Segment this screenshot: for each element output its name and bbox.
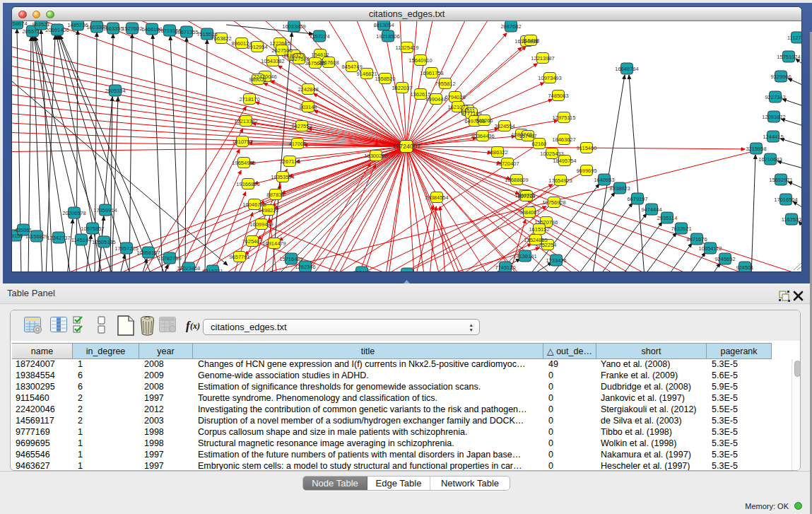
svg-text:18495754: 18495754	[553, 158, 576, 164]
svg-text:903412: 903412	[353, 269, 370, 272]
svg-text:16782759: 16782759	[158, 255, 181, 262]
svg-text:1167531: 1167531	[782, 216, 801, 223]
svg-text:20364436: 20364436	[471, 133, 494, 139]
svg-text:15751074: 15751074	[777, 54, 800, 60]
svg-text:9329966: 9329966	[770, 74, 791, 80]
svg-text:7663822: 7663822	[211, 35, 231, 42]
svg-text:16210643: 16210643	[758, 156, 782, 163]
svg-text:12342737: 12342737	[47, 235, 70, 241]
svg-text:6794028: 6794028	[445, 94, 465, 100]
svg-text:924501: 924501	[736, 264, 753, 271]
svg-text:1663355: 1663355	[102, 25, 123, 32]
svg-text:157487: 157487	[519, 133, 536, 139]
svg-text:1485236: 1485236	[67, 22, 88, 28]
svg-text:17654923: 17654923	[548, 177, 572, 184]
svg-text:8938923: 8938923	[609, 185, 630, 192]
svg-text:10688609: 10688609	[505, 177, 528, 183]
svg-text:10025433: 10025433	[540, 151, 563, 157]
svg-text:12975115: 12975115	[553, 115, 576, 121]
svg-text:20206578: 20206578	[62, 210, 86, 216]
svg-text:10671355: 10671355	[175, 29, 198, 35]
svg-text:3267110: 3267110	[280, 158, 300, 165]
svg-text:7625402: 7625402	[242, 238, 262, 245]
svg-text:7745120: 7745120	[495, 264, 515, 271]
svg-text:15692971: 15692971	[769, 177, 792, 183]
svg-text:1244415: 1244415	[763, 134, 783, 140]
svg-text:8498222: 8498222	[258, 207, 278, 214]
svg-text:19384554: 19384554	[425, 194, 448, 201]
svg-text:7886322: 7886322	[487, 149, 507, 156]
svg-text:9777169: 9777169	[461, 110, 481, 117]
svg-text:8813054: 8813054	[373, 22, 394, 28]
svg-text:16914479: 16914479	[262, 240, 286, 247]
svg-text:887834: 887834	[266, 192, 284, 198]
svg-text:62160: 62160	[532, 141, 547, 147]
svg-text:17957225: 17957225	[114, 245, 138, 252]
svg-text:3215958: 3215958	[746, 146, 766, 152]
svg-text:435061: 435061	[14, 227, 32, 233]
svg-text:10756928: 10756928	[542, 199, 565, 206]
svg-text:12505135: 12505135	[92, 239, 115, 245]
svg-text:803144: 803144	[299, 104, 317, 110]
svg-text:2935114: 2935114	[657, 215, 678, 221]
svg-text:1527602: 1527602	[122, 25, 142, 32]
svg-text:252254: 252254	[539, 242, 556, 248]
svg-text:19166825: 19166825	[236, 181, 259, 187]
svg-text:16099489: 16099489	[249, 221, 273, 228]
svg-text:417005: 417005	[288, 141, 306, 147]
svg-text:9245652: 9245652	[714, 256, 735, 262]
svg-text:8912954: 8912954	[247, 44, 267, 50]
svg-text:1558520: 1558520	[375, 76, 395, 82]
svg-text:19654955: 19654955	[232, 160, 255, 166]
svg-text:10654112: 10654112	[699, 245, 722, 252]
svg-text:8990448: 8990448	[425, 96, 446, 103]
svg-text:9227343: 9227343	[765, 94, 785, 100]
svg-text:15720407: 15720407	[495, 160, 519, 167]
svg-text:8427552: 8427552	[291, 123, 312, 129]
svg-text:1640953: 1640953	[594, 177, 614, 183]
svg-text:39155: 39155	[12, 233, 23, 239]
svg-text:9657791: 9657791	[229, 254, 249, 260]
svg-text:9146821: 9146821	[356, 71, 377, 77]
svg-text:8454749: 8454749	[341, 64, 362, 70]
svg-text:1282346: 1282346	[295, 264, 315, 270]
svg-text:18724007: 18724007	[392, 143, 420, 150]
svg-text:7357224: 7357224	[309, 33, 329, 40]
svg-text:7955812: 7955812	[435, 81, 455, 87]
svg-text:1112745: 1112745	[787, 35, 801, 41]
svg-text:11156829: 11156829	[25, 233, 48, 240]
svg-text:19218506: 19218506	[376, 33, 399, 40]
svg-text:20691406: 20691406	[45, 27, 69, 33]
svg-text:1810757: 1810757	[232, 139, 252, 145]
svg-text:10958107: 10958107	[136, 250, 160, 256]
svg-text:12213382: 12213382	[234, 118, 257, 124]
svg-text:9815221: 9815221	[202, 268, 223, 272]
svg-text:118524: 118524	[399, 271, 416, 272]
svg-text:3822037: 3822037	[392, 85, 412, 91]
svg-text:18463627: 18463627	[552, 136, 575, 143]
svg-text:9699695: 9699695	[576, 168, 596, 174]
svg-text:18353594: 18353594	[271, 174, 294, 180]
svg-text:2055721: 2055721	[22, 28, 42, 35]
svg-text:154612: 154612	[311, 52, 329, 58]
svg-text:15640910: 15640910	[408, 57, 432, 64]
svg-text:14136141: 14136141	[513, 253, 536, 259]
svg-text:907209: 907209	[517, 193, 535, 199]
svg-text:1222605: 1222605	[269, 40, 290, 47]
svg-text:10975857: 10975857	[81, 226, 104, 232]
svg-text:989021: 989021	[249, 76, 266, 83]
svg-text:6679197: 6679197	[627, 196, 647, 202]
svg-text:1358674: 1358674	[12, 21, 28, 27]
svg-text:1733426: 1733426	[546, 257, 566, 264]
svg-text:7632621: 7632621	[671, 226, 691, 232]
svg-text:9474444: 9474444	[641, 206, 661, 213]
svg-text:17016504: 17016504	[774, 197, 797, 203]
svg-text:16648784: 16648784	[615, 66, 638, 72]
svg-text:2242848: 2242848	[298, 86, 318, 93]
svg-text:15716485: 15716485	[279, 256, 302, 262]
svg-text:11023468: 11023468	[177, 265, 201, 271]
svg-text:11325419: 11325419	[396, 45, 419, 51]
svg-text:3824554: 3824554	[494, 123, 514, 129]
svg-text:7485063: 7485063	[548, 93, 568, 99]
svg-text:12213987: 12213987	[531, 55, 554, 62]
